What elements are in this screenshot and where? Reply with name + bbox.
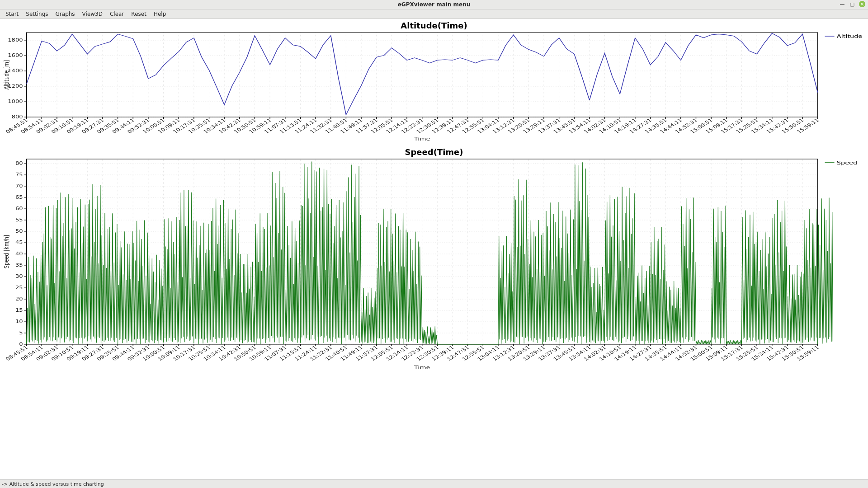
svg-text:50: 50	[15, 229, 23, 234]
svg-text:15: 15	[15, 308, 23, 313]
menu-start[interactable]: Start	[2, 10, 22, 18]
svg-text:75: 75	[15, 172, 23, 178]
menu-clear[interactable]: Clear	[106, 10, 127, 18]
svg-text:65: 65	[15, 195, 23, 200]
window-controls: — ▢ ✕	[839, 1, 865, 7]
status-text: -> Altitude & speed versus time charting	[2, 481, 104, 487]
svg-text:Speed: Speed	[837, 160, 857, 166]
window-title: eGPXviewer main menu	[398, 1, 471, 8]
svg-text:800: 800	[12, 114, 23, 120]
svg-text:25: 25	[15, 285, 23, 291]
svg-text:1800: 1800	[8, 38, 23, 43]
svg-text:Time: Time	[414, 365, 430, 371]
svg-text:Time: Time	[414, 136, 430, 142]
svg-text:70: 70	[15, 183, 23, 189]
svg-text:40: 40	[15, 251, 23, 257]
minimize-icon[interactable]: —	[839, 1, 845, 7]
close-icon[interactable]: ✕	[859, 1, 865, 7]
svg-text:Altitude: Altitude	[837, 33, 863, 39]
charts-container: Altitude(Time) 8001000120014001600180008…	[0, 21, 868, 482]
svg-text:35: 35	[15, 263, 23, 268]
speed-plot: 0510152025303540455055606570758008:45:51…	[0, 157, 868, 378]
window-titlebar: eGPXviewer main menu — ▢ ✕	[0, 0, 868, 9]
svg-text:1600: 1600	[8, 53, 23, 58]
menu-help[interactable]: Help	[150, 10, 170, 18]
menu-settings[interactable]: Settings	[22, 10, 52, 18]
svg-text:Speed [km/h]: Speed [km/h]	[3, 235, 10, 268]
menu-view3d[interactable]: View3D	[79, 10, 106, 18]
svg-text:5: 5	[19, 330, 23, 336]
svg-text:1000: 1000	[8, 99, 23, 104]
altitude-chart-title: Altitude(Time)	[0, 21, 868, 30]
svg-text:55: 55	[15, 217, 23, 223]
svg-text:45: 45	[15, 240, 23, 245]
svg-text:Altitude [m]: Altitude [m]	[3, 60, 10, 90]
menu-graphs[interactable]: Graphs	[52, 10, 79, 18]
status-bar: -> Altitude & speed versus time charting	[0, 479, 868, 488]
svg-text:80: 80	[15, 161, 23, 166]
svg-text:10: 10	[15, 319, 23, 324]
menu-bar: StartSettingsGraphsView3DClearResetHelp	[0, 9, 868, 19]
menu-reset[interactable]: Reset	[127, 10, 150, 18]
svg-text:20: 20	[15, 296, 23, 302]
speed-chart-title: Speed(Time)	[0, 147, 868, 157]
svg-text:60: 60	[15, 206, 23, 211]
altitude-plot: 8001000120014001600180008:45:5108:54:110…	[0, 30, 868, 145]
svg-text:30: 30	[15, 274, 23, 279]
maximize-icon[interactable]: ▢	[849, 1, 855, 7]
